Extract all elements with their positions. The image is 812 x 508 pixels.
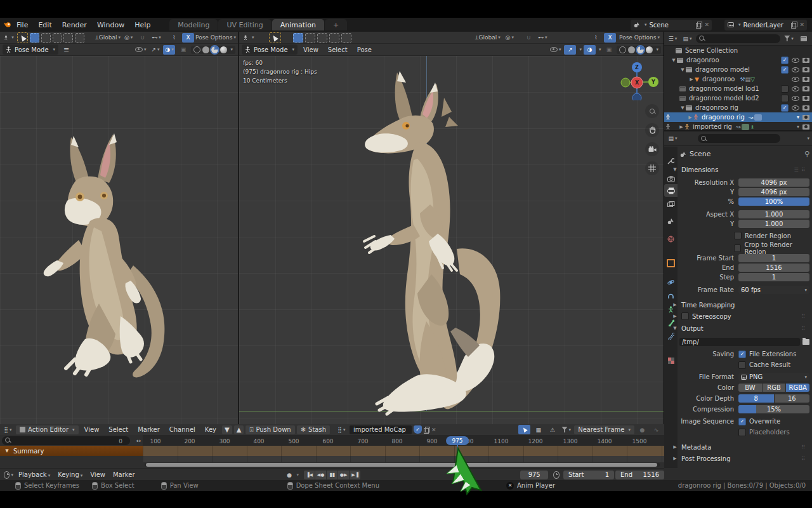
overwrite-checkbox[interactable]: ✓ [738, 418, 746, 425]
select-mode-tweak[interactable] [293, 33, 303, 43]
frame-end-field[interactable]: End1516 [615, 471, 664, 479]
collapse-icon[interactable]: ▾ [797, 114, 799, 120]
select-mode-lasso[interactable] [63, 33, 73, 43]
mirror-x-toggle[interactable]: X [182, 33, 194, 43]
tab-output-active[interactable] [664, 184, 678, 197]
gizmo-y-negative[interactable] [621, 78, 630, 87]
overlays-dropdown[interactable]: ◑▾ [163, 45, 175, 55]
keyframe-area[interactable] [143, 456, 664, 462]
filter-image-dropdown[interactable]: ▤▾ [681, 34, 693, 43]
folder-icon[interactable] [802, 339, 809, 345]
only-errors-toggle[interactable]: ⚠ [546, 425, 558, 434]
section-time-remapping[interactable]: ▶Time Remapping [672, 300, 809, 310]
exclude-checkbox[interactable]: ✓ [781, 57, 789, 64]
depth-16-button[interactable]: 16 [775, 394, 810, 403]
snap-target-dropdown[interactable]: ⊷▾ [537, 33, 549, 43]
keying-set-chevron[interactable]: ▾ [297, 472, 299, 478]
action-browse-dropdown[interactable]: ⣿▾ [336, 425, 348, 434]
tab-object[interactable] [664, 257, 678, 269]
section-dimensions[interactable]: ▼ Dimensions ☰ ⠿ [672, 164, 809, 175]
menu-help[interactable]: Help [129, 21, 155, 29]
hide-eye-icon[interactable] [792, 67, 799, 72]
hide-eye-icon[interactable] [792, 96, 799, 101]
shading-material-icon[interactable] [211, 46, 218, 53]
pivot-point-dropdown[interactable]: ◎▾ [122, 33, 134, 43]
outliner-row-scene-collection[interactable]: Scene Collection [664, 46, 812, 55]
frame-start-field[interactable]: 1 [738, 254, 809, 262]
menu-window[interactable]: Window [92, 21, 129, 29]
outliner-row-lod2[interactable]: dragonroo model lod2 [664, 93, 812, 103]
section-stereoscopy[interactable]: ▶Stereoscopy⠿ [672, 311, 809, 321]
fake-user-toggle[interactable]: ✓ [414, 425, 422, 434]
tab-scene[interactable] [664, 215, 678, 227]
show-hidden-toggle[interactable]: ▦ [532, 425, 544, 434]
shading-dropdown-icon[interactable]: ▾ [230, 47, 233, 52]
select-mode-lasso[interactable] [329, 33, 339, 43]
zoom-icon[interactable] [645, 104, 659, 118]
render-layer-selector[interactable]: ▾ RenderLayer ✕ [724, 20, 807, 30]
menu-channel[interactable]: Channel [166, 426, 199, 433]
exclude-checkbox[interactable] [781, 95, 789, 102]
outliner-row-dragonroo[interactable]: ▼ dragonroo ✓ [664, 55, 812, 65]
filter-chevron[interactable]: ▾ [807, 136, 809, 141]
new-scene-icon[interactable] [696, 22, 702, 28]
menu-keying[interactable]: Keying▾ [54, 471, 86, 478]
menu-edit[interactable]: Edit [33, 21, 56, 29]
pivot-point-dropdown[interactable]: ◎▾ [504, 33, 516, 43]
menu-view[interactable]: View [81, 426, 103, 433]
move-up-button[interactable]: ▲ [234, 425, 244, 434]
disclosure-icon[interactable]: ▶ [687, 115, 693, 120]
shading-wireframe-icon[interactable] [193, 46, 200, 53]
current-frame-field[interactable]: 975 [520, 471, 548, 479]
exclude-checkbox[interactable] [781, 85, 789, 93]
mode-dropdown[interactable]: Pose Mode▾ [242, 44, 298, 55]
gizmos-dropdown[interactable]: ↗▾ [149, 45, 161, 55]
shading-rendered-icon[interactable] [220, 46, 227, 53]
render-camera-icon[interactable] [802, 124, 809, 130]
gizmos-chevron[interactable]: ▾ [579, 47, 582, 52]
hide-eye-icon[interactable] [792, 58, 799, 63]
snap-magnet-icon[interactable]: ∪ [523, 33, 535, 43]
menu-file[interactable]: File [11, 21, 33, 29]
disclosure-icon[interactable]: ▶ [678, 124, 684, 130]
move-down-button[interactable]: ▼ [222, 425, 232, 434]
cache-result-checkbox[interactable] [738, 361, 746, 369]
hide-eye-icon[interactable] [792, 86, 799, 91]
new-collection-button[interactable] [797, 34, 809, 43]
shading-rendered-icon[interactable] [646, 46, 653, 53]
disclosure-icon[interactable]: ▼ [4, 448, 10, 453]
summary-channel[interactable]: ▼ Summary [0, 446, 147, 456]
pan-hand-icon[interactable] [645, 123, 659, 137]
disclosure-icon[interactable]: ▼ [679, 105, 686, 110]
mirror-bone-icon[interactable]: ⌇ [590, 33, 602, 43]
scene-selector[interactable]: ▾ Scene ✕ [631, 20, 712, 30]
filters-dropdown[interactable]: ▾ [560, 425, 572, 434]
add-workspace-button[interactable]: + [325, 19, 347, 30]
select-tool-button[interactable] [17, 32, 28, 43]
mode-dropdown[interactable]: Pose Mode▾ [3, 44, 58, 55]
frame-step-field[interactable]: 1 [738, 273, 809, 281]
select-mode-paint[interactable] [75, 33, 84, 43]
pause-button[interactable]: ▮▮ [327, 471, 337, 479]
editor-type-icon[interactable]: ⣿▾ [2, 425, 14, 434]
prev-keyframe-button[interactable]: ◀● [315, 471, 326, 479]
creature-model-front[interactable] [38, 126, 178, 380]
channel-search-input[interactable] [2, 436, 130, 445]
shading-solid-icon[interactable] [628, 46, 635, 53]
editor-type-icon[interactable]: ▾ [242, 33, 256, 43]
outliner-row-dragonroo-model[interactable]: ▼ dragonroo model ✓ [664, 65, 812, 74]
section-output[interactable]: ▼Output⠿ [672, 323, 809, 333]
tab-texture[interactable] [664, 354, 678, 367]
show-object-types-dropdown[interactable]: ▾ [549, 45, 563, 55]
tab-world[interactable] [664, 232, 678, 245]
current-frame-badge[interactable]: 975 [446, 436, 469, 445]
select-mode-circle[interactable] [53, 33, 62, 43]
disclosure-icon[interactable]: ▼ [679, 67, 686, 72]
tab-physics[interactable] [664, 276, 678, 288]
file-extensions-checkbox[interactable]: ✓ [738, 351, 746, 358]
menu-marker[interactable]: Marker [109, 471, 139, 478]
summary-keyframe-band[interactable] [143, 446, 664, 456]
outliner-row-imported-rig[interactable]: ▶ imported rig ↝ 🯅 ▾ [664, 122, 812, 131]
overlays-chevron[interactable]: ▾ [599, 47, 601, 52]
tab-view-layer[interactable] [664, 198, 678, 211]
